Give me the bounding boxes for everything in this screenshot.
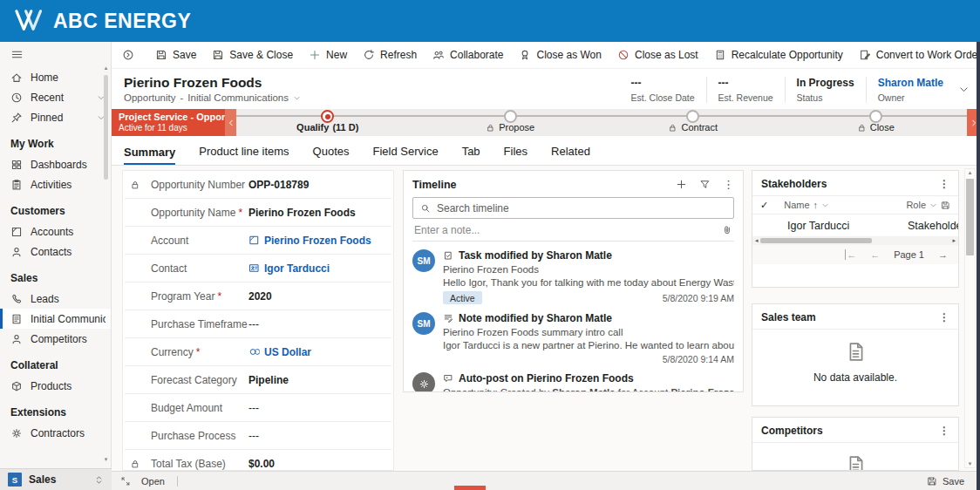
next-page-icon[interactable]: →	[938, 249, 948, 260]
timeline-entry-task[interactable]: SM Task modified by Sharon Matle Pierino…	[412, 249, 734, 304]
save-and-close-button[interactable]: Save & Close	[204, 42, 301, 68]
header-field-owner[interactable]: Sharon MatleOwner	[867, 77, 955, 103]
chevron-down-icon[interactable]	[929, 201, 937, 209]
command-overflow-toggle[interactable]	[114, 42, 142, 68]
timeline-entry-autopost[interactable]: Auto-post on Pierino Frozen Foods Opport…	[412, 372, 734, 392]
bpf-stage-contract[interactable]: Contract	[602, 109, 785, 136]
sidebar-item-initial-communications[interactable]: Initial Communica...	[0, 309, 111, 329]
accounts-icon	[10, 226, 23, 238]
filter-icon[interactable]	[699, 179, 711, 190]
leads-icon	[10, 293, 23, 305]
note-placeholder: Enter a note...	[414, 224, 722, 236]
note-entry-row[interactable]: Enter a note...	[412, 219, 734, 242]
currency-lookup-link[interactable]: US Dollar	[248, 346, 386, 358]
tab-files[interactable]: Files	[504, 145, 527, 165]
save-view-icon[interactable]	[941, 201, 950, 210]
chevron-down-icon[interactable]	[821, 201, 829, 209]
content-scrollbar[interactable]: ▴ ▾	[964, 168, 976, 468]
close-as-won-button[interactable]: Close as Won	[511, 42, 609, 68]
scroll-down-icon[interactable]: ▾	[969, 460, 972, 467]
stakeholders-more-button[interactable]: ⋮	[939, 178, 949, 190]
stakeholders-horizontal-scrollbar[interactable]: ◂ ▸	[752, 236, 958, 245]
column-role[interactable]: Role	[906, 200, 926, 210]
sidebar-item-activities[interactable]: Activities	[0, 174, 111, 194]
contact-lookup-link[interactable]: Igor Tarducci	[248, 262, 386, 275]
recalculate-opportunity-button[interactable]: Recalculate Opportunity	[706, 42, 851, 68]
stage-marker-active[interactable]	[321, 110, 334, 123]
header-field-est-revenue[interactable]: ---Est. Revenue	[707, 77, 786, 103]
chevron-down-icon	[958, 84, 970, 95]
close-as-lost-button[interactable]: Close as Lost	[609, 42, 706, 68]
tab-quotes[interactable]: Quotes	[313, 145, 350, 165]
bpf-name-block[interactable]: Project Service - Opport... Active for 1…	[112, 109, 225, 136]
tab-product-line-items[interactable]: Product line items	[199, 145, 289, 165]
competitors-more-button[interactable]: ⋮	[939, 425, 949, 437]
tab-field-service[interactable]: Field Service	[373, 145, 439, 165]
sidebar-item-products[interactable]: Products	[0, 376, 111, 396]
add-timeline-record-icon[interactable]	[676, 179, 687, 190]
sitemap-toggle-button[interactable]	[0, 42, 111, 67]
column-name[interactable]: Name	[784, 200, 809, 210]
sidebar-item-contractors[interactable]: Contractors	[0, 423, 111, 443]
tab-related[interactable]: Related	[551, 145, 590, 165]
sidebar-scrollbar[interactable]: ▴▾	[102, 65, 110, 463]
bpf-stage-qualify[interactable]: Qualify(11 D)	[236, 109, 419, 136]
collaborate-icon	[432, 49, 445, 61]
stage-marker[interactable]	[504, 110, 517, 123]
sidebar-item-leads[interactable]: Leads	[0, 289, 111, 309]
sidebar-item-recent[interactable]: Recent	[0, 87, 111, 107]
form-selector[interactable]: Initial Communications	[187, 92, 289, 103]
scroll-left-icon[interactable]: ◂	[755, 237, 759, 244]
new-button[interactable]: New	[301, 42, 355, 68]
timeline-entry-note[interactable]: SM Note modified by Sharon Matle Pierino…	[412, 312, 734, 364]
sidebar-item-accounts[interactable]: Accounts	[0, 221, 111, 242]
stakeholder-row[interactable]: Igor Tarducci Stakeholder	[752, 214, 958, 236]
collaborate-button[interactable]: Collaborate	[425, 42, 511, 68]
stage-marker[interactable]	[686, 110, 699, 123]
refresh-button[interactable]: Refresh	[355, 42, 425, 68]
header-field-status[interactable]: In ProgressStatus	[786, 77, 867, 103]
sidebar-item-competitors[interactable]: Competitors	[0, 329, 111, 349]
system-avatar	[412, 372, 435, 392]
header-field-est-close-date[interactable]: ---Est. Close Date	[620, 77, 707, 103]
bpf-collapse-button[interactable]	[225, 109, 236, 136]
account-lookup-link[interactable]: Pierino Frozen Foods	[248, 235, 386, 247]
tab-tab[interactable]: Tab	[462, 145, 480, 165]
first-page-icon[interactable]: ←	[845, 249, 856, 260]
sidebar-item-contacts[interactable]: Contacts	[0, 242, 111, 262]
field-contact: Contact Igor Tarducci	[125, 255, 391, 282]
horizontal-scroll-thumb[interactable]	[760, 238, 872, 243]
sales-team-more-button[interactable]: ⋮	[939, 311, 949, 323]
footer-open-button[interactable]: Open	[141, 476, 165, 487]
scroll-thumb[interactable]	[966, 179, 974, 255]
previous-page-icon[interactable]: ←	[870, 249, 880, 260]
area-switcher[interactable]: S Sales	[0, 468, 112, 490]
bpf-stage-close[interactable]: Close	[785, 109, 968, 136]
stakeholders-title: Stakeholders	[761, 178, 827, 190]
sidebar-item-pinned[interactable]: Pinned	[0, 107, 111, 127]
bpf-stage-propose[interactable]: Propose	[419, 109, 602, 136]
stage-marker[interactable]	[869, 110, 882, 123]
sidebar-scroll-thumb[interactable]	[104, 75, 108, 180]
contacts-icon	[10, 246, 23, 258]
field-forecast-category: Forecast Category Pipeline	[125, 366, 391, 394]
scroll-right-icon[interactable]: ▸	[952, 237, 956, 244]
save-button[interactable]: Save	[147, 42, 204, 68]
form-footer: Open Save	[112, 471, 980, 490]
sidebar-item-home[interactable]: Home	[0, 67, 111, 87]
timeline-search-input[interactable]	[437, 202, 726, 214]
scroll-up-icon[interactable]: ▴	[969, 169, 972, 176]
expand-icon[interactable]	[120, 476, 131, 487]
paperclip-icon[interactable]	[722, 225, 732, 235]
tab-summary[interactable]: Summary	[124, 146, 175, 166]
select-all-check-icon[interactable]: ✓	[760, 200, 768, 211]
entry-timestamp: 5/8/2020 9:14 AM	[663, 354, 734, 364]
scroll-up-icon[interactable]: ▴	[105, 65, 108, 71]
sidebar-item-dashboards[interactable]: Dashboards	[0, 154, 111, 174]
timeline-more-button[interactable]: ⋮	[723, 178, 734, 191]
convert-to-work-order-button[interactable]: Convert to Work Order	[851, 42, 980, 68]
stakeholders-card: Stakeholders⋮ ✓ Name ↑ Role Igor Tarducc…	[752, 170, 959, 288]
footer-save-button[interactable]: Save	[927, 476, 971, 487]
page-title: Pierino Frozen Foods	[124, 75, 620, 90]
scroll-down-icon[interactable]: ▾	[105, 456, 108, 463]
